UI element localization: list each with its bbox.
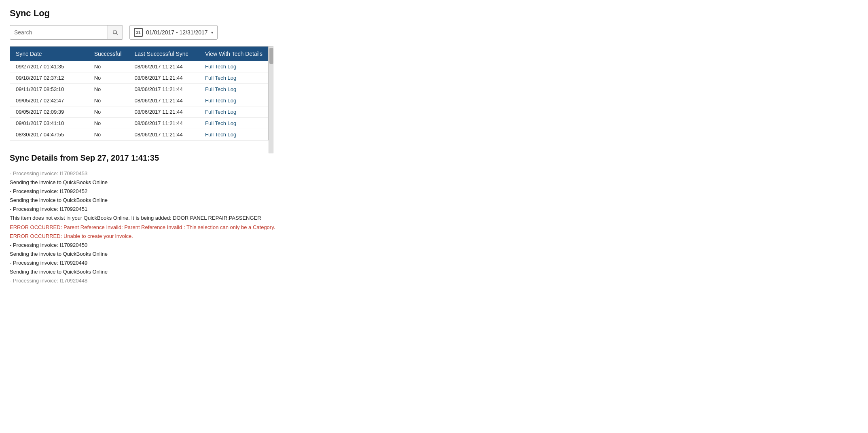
scrollbar-thumb[interactable]	[269, 48, 273, 64]
log-line: - Processing invoice: I170920448	[10, 276, 858, 285]
table-row: 09/11/2017 08:53:10No08/06/2017 11:21:44…	[10, 84, 268, 95]
cell-successful: No	[89, 95, 129, 106]
log-line: ERROR OCCURRED: Parent Reference Invalid…	[10, 223, 858, 232]
cell-sync-date: 09/27/2017 01:41:35	[10, 61, 89, 72]
calendar-icon: 31	[134, 28, 143, 37]
log-line: Sending the invoice to QuickBooks Online	[10, 267, 858, 276]
col-header-last-successful-sync: Last Successful Sync	[129, 47, 200, 61]
cell-view-tech[interactable]: Full Tech Log	[199, 129, 268, 140]
cell-view-tech[interactable]: Full Tech Log	[199, 72, 268, 84]
log-line: Sending the invoice to QuickBooks Online	[10, 250, 858, 259]
cell-last-successful: 08/06/2017 11:21:44	[129, 61, 200, 72]
table-header: Sync Date Successful Last Successful Syn…	[10, 47, 268, 61]
cell-last-successful: 08/06/2017 11:21:44	[129, 72, 200, 84]
cell-sync-date: 09/18/2017 02:37:12	[10, 72, 89, 84]
table-row: 09/01/2017 03:41:10No08/06/2017 11:21:44…	[10, 118, 268, 129]
cell-sync-date: 09/11/2017 08:53:10	[10, 84, 89, 95]
cell-view-tech[interactable]: Full Tech Log	[199, 106, 268, 118]
search-button[interactable]	[108, 25, 123, 39]
cell-last-successful: 08/06/2017 11:21:44	[129, 95, 200, 106]
search-icon	[112, 29, 119, 36]
cell-view-tech[interactable]: Full Tech Log	[199, 118, 268, 129]
full-tech-log-link[interactable]: Full Tech Log	[205, 86, 236, 92]
search-input[interactable]	[10, 29, 108, 36]
cell-view-tech[interactable]: Full Tech Log	[199, 84, 268, 95]
cell-last-successful: 08/06/2017 11:21:44	[129, 106, 200, 118]
page-title: Sync Log	[10, 8, 858, 19]
cell-sync-date: 09/05/2017 02:42:47	[10, 95, 89, 106]
cell-last-successful: 08/06/2017 11:21:44	[129, 84, 200, 95]
log-line: - Processing invoice: I170920451	[10, 205, 858, 214]
cell-successful: No	[89, 84, 129, 95]
log-line: Sending the invoice to QuickBooks Online	[10, 196, 858, 205]
cell-successful: No	[89, 72, 129, 84]
log-line: - Processing invoice: I170920449	[10, 259, 858, 267]
full-tech-log-link[interactable]: Full Tech Log	[205, 132, 236, 138]
col-header-sync-date: Sync Date	[10, 47, 89, 61]
date-range-button[interactable]: 31 01/01/2017 - 12/31/2017 ▾	[129, 25, 218, 40]
cell-successful: No	[89, 118, 129, 129]
log-line: - Processing invoice: I170920452	[10, 187, 858, 196]
table-row: 09/05/2017 02:42:47No08/06/2017 11:21:44…	[10, 95, 268, 106]
full-tech-log-link[interactable]: Full Tech Log	[205, 109, 236, 115]
full-tech-log-link[interactable]: Full Tech Log	[205, 98, 236, 104]
cell-last-successful: 08/06/2017 11:21:44	[129, 129, 200, 140]
full-tech-log-link[interactable]: Full Tech Log	[205, 75, 236, 81]
cell-sync-date: 08/30/2017 04:47:55	[10, 129, 89, 140]
cell-last-successful: 08/06/2017 11:21:44	[129, 118, 200, 129]
scrollbar-track[interactable]	[269, 46, 273, 153]
cell-successful: No	[89, 106, 129, 118]
table-outer: Sync Date Successful Last Successful Syn…	[10, 46, 858, 153]
full-tech-log-link[interactable]: Full Tech Log	[205, 120, 236, 126]
table-row: 09/18/2017 02:37:12No08/06/2017 11:21:44…	[10, 72, 268, 84]
sync-log-table: Sync Date Successful Last Successful Syn…	[10, 47, 268, 140]
col-header-successful: Successful	[89, 47, 129, 61]
log-line: - Processing invoice: I170920450	[10, 241, 858, 250]
sync-details-title: Sync Details from Sep 27, 2017 1:41:35	[10, 153, 858, 163]
cell-view-tech[interactable]: Full Tech Log	[199, 61, 268, 72]
cell-sync-date: 09/01/2017 03:41:10	[10, 118, 89, 129]
table-body: 09/27/2017 01:41:35No08/06/2017 11:21:44…	[10, 61, 268, 140]
log-line: Sending the invoice to QuickBooks Online	[10, 178, 858, 187]
cell-view-tech[interactable]: Full Tech Log	[199, 95, 268, 106]
table-row: 08/30/2017 04:47:55No08/06/2017 11:21:44…	[10, 129, 268, 140]
cell-sync-date: 09/05/2017 02:09:39	[10, 106, 89, 118]
sync-details-section: Sync Details from Sep 27, 2017 1:41:35 -…	[10, 153, 858, 285]
chevron-down-icon: ▾	[211, 30, 213, 35]
table-row: 09/05/2017 02:09:39No08/06/2017 11:21:44…	[10, 106, 268, 118]
log-line: ERROR OCCURRED: Unable to create your in…	[10, 232, 858, 241]
log-line: - Processing invoice: I170920453	[10, 169, 858, 178]
sync-log-table-container: Sync Date Successful Last Successful Syn…	[10, 46, 269, 140]
sync-details-log: - Processing invoice: I170920453Sending …	[10, 169, 858, 285]
cell-successful: No	[89, 61, 129, 72]
col-header-view-tech-details: View With Tech Details	[199, 47, 268, 61]
date-range-label: 01/01/2017 - 12/31/2017	[146, 29, 208, 36]
table-row: 09/27/2017 01:41:35No08/06/2017 11:21:44…	[10, 61, 268, 72]
search-wrapper	[10, 25, 123, 40]
cell-successful: No	[89, 129, 129, 140]
toolbar: 31 01/01/2017 - 12/31/2017 ▾	[10, 25, 858, 40]
full-tech-log-link[interactable]: Full Tech Log	[205, 64, 236, 70]
log-line: This item does not exist in your QuickBo…	[10, 214, 858, 223]
